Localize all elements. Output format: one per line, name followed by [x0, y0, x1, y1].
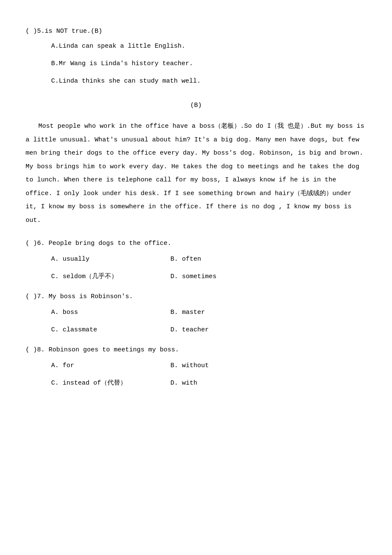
question-8-option-a: A. for [51, 359, 170, 372]
question-5-option-b: B.Mr Wang is Linda's history teacher. [51, 58, 366, 69]
question-8-option-c: C. instead of（代替） [51, 377, 170, 390]
question-7-option-b: B. master [170, 306, 290, 319]
question-6-stem: ( )6. People bring dogs to the office. [26, 238, 366, 249]
question-6-option-d: D. sometimes [170, 270, 290, 283]
question-8-stem: ( )8. Robinson goes to meetings my boss. [26, 344, 366, 356]
question-6-option-b: B. often [170, 253, 290, 266]
question-7-options-row2: C. classmate D. teacher [51, 323, 366, 336]
question-8-block: ( )8. Robinson goes to meetings my boss.… [26, 344, 366, 390]
question-6-options-row1: A. usually B. often [51, 253, 366, 266]
question-6-option-c: C. seldom（几乎不） [51, 270, 170, 283]
question-5-option-a: A.Linda can speak a little English. [51, 40, 366, 52]
content-area: ( )5.is NOT true.(B) A.Linda can speak a… [26, 26, 366, 390]
question-7-option-d: D. teacher [170, 323, 290, 336]
question-6-options-row2: C. seldom（几乎不） D. sometimes [51, 270, 366, 283]
question-6-block: ( )6. People bring dogs to the office. A… [26, 238, 366, 283]
question-7-option-a: A. boss [51, 306, 170, 319]
question-6-option-a: A. usually [51, 253, 170, 266]
questions-section: ( )6. People bring dogs to the office. A… [26, 238, 366, 390]
question-7-stem: ( )7. My boss is Robinson's. [26, 291, 366, 302]
question-5-stem: ( )5.is NOT true.(B) [26, 26, 366, 37]
question-7-block: ( )7. My boss is Robinson's. A. boss B. … [26, 291, 366, 336]
question-5-option-c: C.Linda thinks she can study math well. [51, 75, 366, 87]
question-5-block: ( )5.is NOT true.(B) A.Linda can speak a… [26, 26, 366, 87]
question-8-option-d: D. with [170, 377, 290, 390]
question-7-option-c: C. classmate [51, 323, 170, 336]
question-8-option-b: B. without [170, 359, 290, 372]
passage-text: Most people who work in the office have … [26, 120, 366, 227]
question-8-options-row2: C. instead of（代替） D. with [51, 377, 366, 390]
section-b-heading: (B) [26, 100, 366, 111]
question-7-options-row1: A. boss B. master [51, 306, 366, 319]
question-8-options-row1: A. for B. without [51, 359, 366, 372]
